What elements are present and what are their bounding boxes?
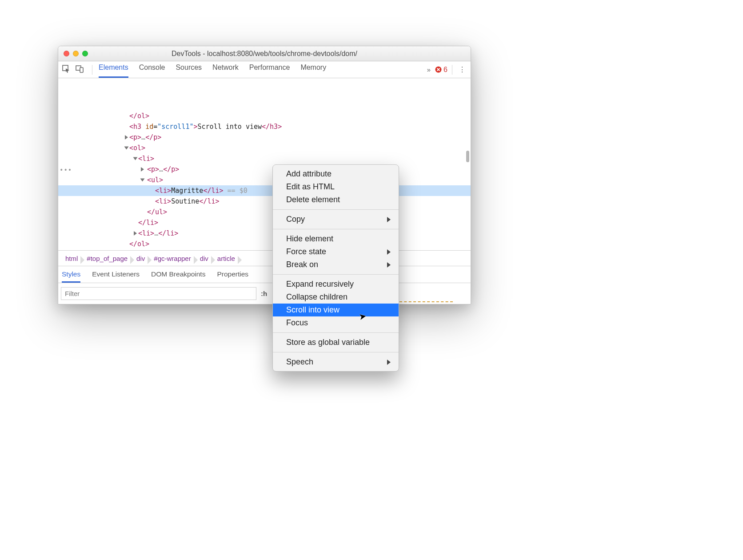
tab-sources[interactable]: Sources [176,61,202,78]
dom-tree-line[interactable]: <p>…</p> [58,164,471,175]
toolbar-divider [92,65,92,75]
breadcrumb-item[interactable]: div [196,255,213,262]
context-menu-item[interactable]: Hide element [273,232,399,245]
tab-memory[interactable]: Memory [300,61,326,78]
dom-tree-line[interactable]: <li>…</li> [58,228,471,239]
context-menu-item[interactable]: Add attribute [273,168,399,180]
kebab-menu-icon[interactable]: ⋮ [457,65,468,74]
tab-performance[interactable]: Performance [249,61,290,78]
breadcrumbs: html#top_of_pagediv#gc-wrapperdivarticle [58,251,471,266]
styles-tab-event-listeners[interactable]: Event Listeners [92,270,140,283]
styles-tab-dom-breakpoints[interactable]: DOM Breakpoints [151,270,205,283]
close-window-button[interactable] [64,51,69,56]
context-menu-item[interactable]: Focus [273,316,399,329]
minimize-window-button[interactable] [73,51,79,56]
dom-tree-line[interactable]: </li> [58,217,471,228]
dom-tree-line[interactable]: <li> [58,153,471,164]
context-menu-item[interactable]: Edit as HTML [273,180,399,193]
context-menu-item[interactable]: Collapse children [273,291,399,304]
breadcrumb-item[interactable]: div [132,255,149,262]
toolbar-divider [452,65,452,75]
context-menu-item[interactable]: Expand recursively [273,278,399,291]
inspect-element-icon[interactable] [62,64,71,75]
svg-rect-2 [80,68,83,72]
submenu-arrow-icon [387,360,391,365]
breadcrumb-item[interactable]: article [213,255,240,262]
context-menu-item[interactable]: Break on [273,258,399,271]
dom-tree-line[interactable]: <h3 id="scroll1">Scroll into view</h3> [58,121,471,132]
tab-elements[interactable]: Elements [99,61,128,78]
main-tabs: ElementsConsoleSourcesNetworkPerformance… [99,61,326,78]
disclosure-triangle-icon[interactable] [125,135,128,140]
devtools-window: DevTools - localhost:8080/web/tools/chro… [58,46,471,304]
error-count-badge[interactable]: 6 [435,66,447,74]
styles-tab-properties[interactable]: Properties [217,270,248,283]
context-menu-item[interactable]: Speech [273,356,399,368]
dom-tree-line[interactable]: <ol> [58,143,471,153]
breadcrumb-item[interactable]: #top_of_page [82,255,132,262]
window-title: DevTools - localhost:8080/web/tools/chro… [58,50,471,58]
dom-tree-line[interactable]: <ul> [58,175,471,185]
vertical-scrollbar[interactable] [466,151,469,162]
dom-tree-line[interactable]: <p>…</p> [58,132,471,143]
context-menu-separator [273,352,399,352]
disclosure-triangle-icon[interactable] [140,179,145,182]
submenu-arrow-icon [387,217,391,222]
dom-tree-line[interactable]: <li>Soutine</li> [58,196,471,207]
context-menu-separator [273,229,399,229]
elements-tree[interactable]: ••• </ol><h3 id="scroll1">Scroll into vi… [58,79,471,251]
context-menu-item[interactable]: Force state [273,245,399,258]
hover-toggle[interactable]: :h [261,290,267,297]
context-menu-item[interactable]: Copy [273,213,399,226]
submenu-arrow-icon [387,262,391,268]
dom-tree-line[interactable]: <li>Magritte</li> == $0 [58,185,471,196]
toolbar: ElementsConsoleSourcesNetworkPerformance… [58,61,471,78]
context-menu: Add attributeEdit as HTMLDelete elementC… [272,164,399,372]
inherited-rule-strip [399,301,453,304]
device-toggle-icon[interactable] [75,64,84,75]
disclosure-triangle-icon[interactable] [141,167,144,172]
tab-console[interactable]: Console [139,61,165,78]
breadcrumb-item[interactable]: html [61,255,82,262]
context-menu-separator [273,332,399,333]
disclosure-triangle-icon[interactable] [134,231,137,236]
dom-tree-line[interactable]: </ol> [58,239,471,249]
traffic-lights [64,51,88,56]
styles-filter-row: :h [58,283,471,304]
disclosure-triangle-icon[interactable] [133,157,138,160]
context-menu-separator [273,209,399,210]
disclosure-triangle-icon[interactable] [124,147,129,150]
context-menu-item[interactable]: Delete element [273,193,399,206]
context-menu-item[interactable]: Store as global variable [273,336,399,349]
submenu-arrow-icon [387,249,391,255]
styles-tabs: StylesEvent ListenersDOM BreakpointsProp… [58,266,471,283]
dom-tree-line[interactable]: </ol> [58,111,471,121]
tab-network[interactable]: Network [212,61,239,78]
more-tabs-icon[interactable]: » [427,66,431,73]
error-count: 6 [443,66,447,74]
dom-tree-line[interactable]: </ul> [58,207,471,217]
titlebar: DevTools - localhost:8080/web/tools/chro… [58,46,471,61]
context-menu-separator [273,274,399,275]
styles-tab-styles[interactable]: Styles [62,270,80,283]
styles-filter-input[interactable] [61,287,256,300]
context-menu-item[interactable]: Scroll into view [273,304,399,316]
breadcrumb-item[interactable]: #gc-wrapper [149,255,195,262]
maximize-window-button[interactable] [82,51,88,56]
